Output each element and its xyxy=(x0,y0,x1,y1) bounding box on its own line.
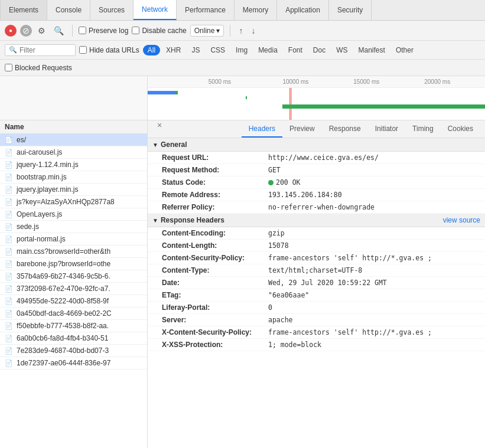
row-label: Status Code: xyxy=(162,178,268,187)
hide-data-checkbox[interactable]: Hide data URLs xyxy=(79,46,139,54)
filter-tab-all[interactable]: All xyxy=(143,45,160,55)
filter-tab-img[interactable]: Img xyxy=(231,45,252,55)
file-item-name: es/ xyxy=(17,136,26,144)
filter-tab-font[interactable]: Font xyxy=(284,45,307,55)
filter-tab-doc[interactable]: Doc xyxy=(308,45,330,55)
file-item[interactable]: 📄6a0b0cb6-fa8d-4fb4-b340-51 xyxy=(0,332,147,345)
file-item[interactable]: 📄aui-carousel.js xyxy=(0,146,147,159)
file-item[interactable]: 📄js?key=AlzaSyAXnHQp2877a8 xyxy=(0,196,147,208)
file-item-name: sede.js xyxy=(17,223,39,231)
detail-tab-cookies[interactable]: Cookies xyxy=(441,120,480,138)
detail-tab-response[interactable]: Response xyxy=(322,120,368,138)
row-label: ETag: xyxy=(162,291,268,299)
file-item[interactable]: 📄jquery-1.12.4.min.js xyxy=(0,159,147,171)
file-item[interactable]: 📄es/ xyxy=(0,134,147,146)
detail-row: Remote Address:193.145.206.184:80 xyxy=(148,189,485,201)
file-icon: 📄 xyxy=(5,198,13,206)
row-value: 0 xyxy=(268,303,272,312)
row-label: Request URL: xyxy=(162,153,268,162)
row-value: 15078 xyxy=(268,241,289,250)
tab-bar: Elements Console Sources Network Perform… xyxy=(0,0,485,21)
filter-tab-media[interactable]: Media xyxy=(253,45,282,55)
general-section-header[interactable]: ▼ General xyxy=(148,138,485,152)
ruler-15000: 15000 ms xyxy=(353,79,379,85)
file-icon: 📄 xyxy=(5,236,13,243)
file-item[interactable]: 📄sede.js xyxy=(0,221,147,233)
tab-performance[interactable]: Performance xyxy=(177,0,235,20)
filter-tab-css[interactable]: CSS xyxy=(206,45,230,55)
file-item[interactable]: 📄main.css?browserId=other&th xyxy=(0,246,147,258)
filter-type-tabs: All XHR JS CSS Img Media Font Doc WS Man… xyxy=(143,45,418,55)
file-item-name: 494955de-5222-40d0-8f58-9f xyxy=(17,297,109,305)
file-icon: 📄 xyxy=(5,347,13,355)
response-headers-section-header[interactable]: ▼ Response Headers view source xyxy=(148,214,485,227)
upload-icon[interactable]: ↑ xyxy=(236,25,245,37)
tab-sources[interactable]: Sources xyxy=(90,0,134,20)
tab-console[interactable]: Console xyxy=(47,0,90,20)
view-source-link[interactable]: view source xyxy=(443,216,480,224)
detail-panel: × Headers Preview Response Initiator Tim… xyxy=(148,120,485,448)
file-item[interactable]: 📄bootstrap.min.js xyxy=(0,171,147,184)
disable-cache-input[interactable] xyxy=(132,27,139,34)
file-item-name: portal-normal.js xyxy=(17,235,66,243)
file-item[interactable]: 📄jquery.jplayer.min.js xyxy=(0,184,147,196)
file-item[interactable]: 📄373f2098-67e2-470e-92fc-a7. xyxy=(0,283,147,295)
row-value: GET xyxy=(268,166,281,174)
waterfall-greenmark1 xyxy=(246,96,247,99)
download-icon[interactable]: ↓ xyxy=(249,25,258,37)
filter-tab-js[interactable]: JS xyxy=(187,45,204,55)
file-item[interactable]: 📄portal-normal.js xyxy=(0,233,147,246)
file-item[interactable]: 📄1de72397-ae06-444f-836e-97 xyxy=(0,357,147,369)
tab-security[interactable]: Security xyxy=(329,0,372,20)
file-icon: 📄 xyxy=(5,174,13,181)
detail-row: Request URL:http://www.ceice.gva.es/es/ xyxy=(148,152,485,164)
tab-network[interactable]: Network xyxy=(134,0,177,20)
file-item-name: 7e283de9-4687-40bd-bd07-3 xyxy=(17,346,109,355)
disable-cache-checkbox[interactable]: Disable cache xyxy=(132,27,186,35)
detail-tab-preview[interactable]: Preview xyxy=(282,120,322,138)
tab-memory[interactable]: Memory xyxy=(235,0,277,20)
file-item[interactable]: 📄barebone.jsp?browserId=othe xyxy=(0,258,147,270)
file-item[interactable]: 📄OpenLayers.js xyxy=(0,208,147,221)
preserve-log-checkbox[interactable]: Preserve log xyxy=(79,27,128,35)
file-item[interactable]: 📄494955de-5222-40d0-8f58-9f xyxy=(0,295,147,308)
file-item[interactable]: 📄7e283de9-4687-40bd-bd07-3 xyxy=(0,345,147,357)
preserve-log-input[interactable] xyxy=(79,27,86,34)
file-item-name: 373f2098-67e2-470e-92fc-a7. xyxy=(17,285,110,293)
row-label: Server: xyxy=(162,316,268,324)
filter-input-wrap: 🔍 xyxy=(5,44,76,56)
detail-tab-timing[interactable]: Timing xyxy=(405,120,441,138)
file-icon: 📄 xyxy=(5,260,13,268)
close-button[interactable]: × xyxy=(152,120,167,138)
blocked-requests-bar: Blocked Requests xyxy=(0,60,485,76)
file-item-name: 0a450bdf-dac8-4669-be02-2C xyxy=(17,309,112,318)
tab-elements[interactable]: Elements xyxy=(0,0,47,20)
row-label: Date: xyxy=(162,279,268,287)
file-icon: 📄 xyxy=(5,273,13,280)
file-item[interactable]: 📄357b4a69-6b27-4346-9c5b-6. xyxy=(0,270,147,283)
filter-tab-xhr[interactable]: XHR xyxy=(161,45,185,55)
waterfall-bar-2 xyxy=(175,91,178,94)
file-icon: 📄 xyxy=(5,322,13,330)
throttle-dropdown[interactable]: Online ▾ xyxy=(190,25,224,37)
row-label: X-XSS-Protection: xyxy=(162,341,268,349)
detail-tab-headers[interactable]: Headers xyxy=(242,120,282,138)
filter-tab-ws[interactable]: WS xyxy=(331,45,352,55)
waterfall-bar-1 xyxy=(148,91,175,94)
file-item[interactable]: 📄f50ebbfe-b777-4538-b8f2-aa. xyxy=(0,320,147,332)
filter-input[interactable] xyxy=(19,46,73,54)
search-icon[interactable]: 🔍 xyxy=(51,25,66,37)
hide-data-input[interactable] xyxy=(79,46,87,54)
tab-application[interactable]: Application xyxy=(277,0,329,20)
clear-button[interactable]: ⊘ xyxy=(20,25,32,37)
filter-icon[interactable]: ⚙ xyxy=(35,25,48,37)
filter-tab-manifest[interactable]: Manifest xyxy=(354,45,390,55)
filter-tab-other[interactable]: Other xyxy=(391,45,418,55)
file-item[interactable]: 📄0a450bdf-dac8-4669-be02-2C xyxy=(0,308,147,320)
record-button[interactable]: ● xyxy=(5,25,17,37)
detail-tab-initiator[interactable]: Initiator xyxy=(368,120,405,138)
row-value: no-referrer-when-downgrade xyxy=(268,203,375,211)
detail-row: Content-Encoding:gzip xyxy=(148,227,485,240)
blocked-requests-checkbox[interactable] xyxy=(5,64,12,71)
ruler-10000: 10000 ms xyxy=(282,79,308,85)
